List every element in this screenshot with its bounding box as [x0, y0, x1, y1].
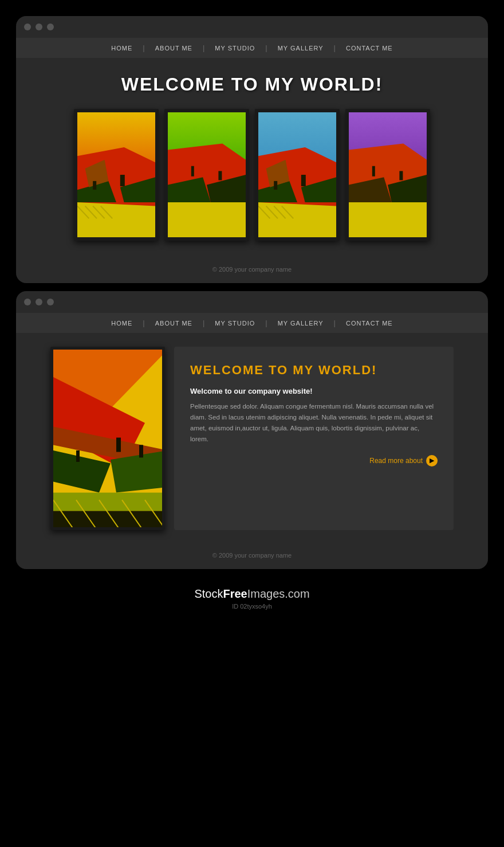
browser-dot-4	[24, 299, 31, 305]
browser-chrome	[16, 16, 488, 38]
top-nav: HOME | ABOUT ME | MY STUDIO | MY GALLERY…	[16, 38, 488, 58]
watermark-stock: Stock	[194, 587, 223, 600]
nav-home-bottom[interactable]: HOME	[101, 320, 143, 327]
watermark-com: .com	[285, 587, 309, 600]
nav-contact-top[interactable]: CONTACT ME	[336, 45, 403, 52]
bottom-nav: HOME | ABOUT ME | MY STUDIO | MY GALLERY…	[16, 313, 488, 333]
hero-title-top: WELCOME TO MY WORLD!	[16, 58, 488, 109]
gallery-canvas-1	[77, 112, 155, 237]
browser-dot-5	[36, 299, 42, 305]
top-website-frame: HOME | ABOUT ME | MY STUDIO | MY GALLERY…	[16, 38, 488, 283]
nav-studio-top[interactable]: MY STUDIO	[204, 45, 265, 52]
nav-studio-bottom[interactable]: MY STUDIO	[204, 320, 265, 327]
nav-contact-bottom[interactable]: CONTACT ME	[336, 320, 403, 327]
read-more-text: Read more about	[369, 457, 423, 465]
content-title: WELCOME TO MY WORLD!	[190, 363, 438, 378]
nav-about-top[interactable]: ABOUT ME	[145, 45, 203, 52]
watermark-area: StockFreeImages.com ID 02tyxso4yh	[0, 577, 504, 613]
nav-about-bottom[interactable]: ABOUT ME	[145, 320, 203, 327]
gallery-canvas-4	[349, 112, 427, 237]
left-image	[50, 347, 165, 530]
watermark-images: Images	[247, 587, 285, 600]
browser-dot-3	[47, 23, 54, 30]
top-footer: © 2009 your company name	[16, 258, 488, 283]
read-more-arrow: ▶	[426, 455, 438, 466]
browser-dot-6	[47, 299, 54, 305]
bottom-footer: © 2009 your company name	[16, 544, 488, 569]
watermark-free: Free	[223, 587, 247, 600]
bottom-website-frame: HOME | ABOUT ME | MY STUDIO | MY GALLERY…	[16, 313, 488, 569]
top-section: HOME | ABOUT ME | MY STUDIO | MY GALLERY…	[16, 16, 488, 283]
bottom-section: HOME | ABOUT ME | MY STUDIO | MY GALLERY…	[16, 291, 488, 569]
gallery-panel-4	[345, 109, 430, 241]
nav-gallery-bottom[interactable]: MY GALLERY	[267, 320, 334, 327]
content-subtitle: Welcome to our company website!	[190, 387, 438, 395]
gallery-panel-1	[74, 109, 159, 241]
nav-home-top[interactable]: HOME	[101, 45, 143, 52]
content-area: WELCOME TO MY WORLD! Welcome to our comp…	[16, 333, 488, 544]
browser-chrome-2	[16, 291, 488, 313]
content-body: Pellentesque sed dolor. Aliquam congue f…	[190, 401, 438, 445]
gallery-panel-2	[164, 109, 249, 241]
right-content: WELCOME TO MY WORLD! Welcome to our comp…	[174, 347, 454, 530]
browser-dot-2	[36, 23, 42, 30]
gallery-row	[16, 109, 488, 258]
nav-gallery-top[interactable]: MY GALLERY	[267, 45, 334, 52]
watermark-text: StockFreeImages.com	[194, 587, 309, 600]
left-canvas	[53, 350, 165, 530]
gallery-panel-3	[255, 109, 340, 241]
read-more[interactable]: Read more about ▶	[190, 455, 438, 466]
gallery-canvas-2	[168, 112, 246, 237]
browser-dot-1	[24, 23, 31, 30]
watermark-id: ID 02tyxso4yh	[0, 603, 504, 610]
gallery-canvas-3	[258, 112, 336, 237]
